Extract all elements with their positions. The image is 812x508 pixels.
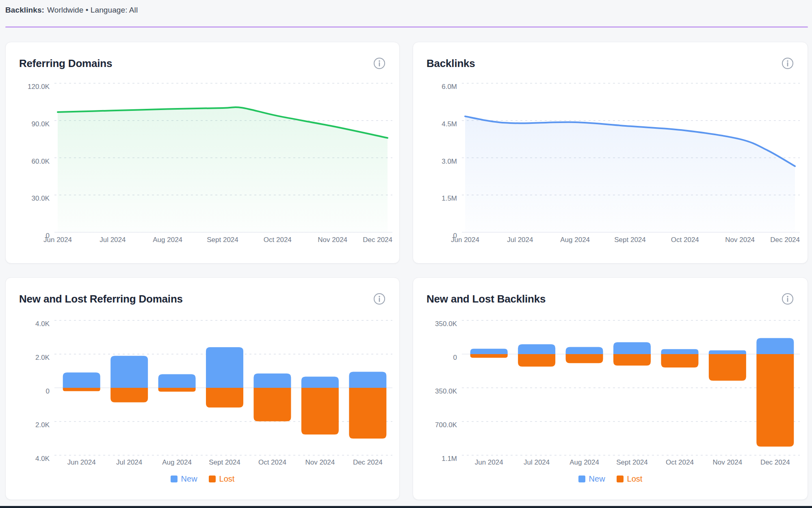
- svg-text:30.0K: 30.0K: [32, 195, 50, 202]
- svg-text:Oct 2024: Oct 2024: [258, 458, 286, 466]
- svg-text:Oct 2024: Oct 2024: [671, 236, 699, 244]
- svg-text:4.0K: 4.0K: [35, 320, 50, 328]
- svg-text:Nov 2024: Nov 2024: [305, 458, 335, 466]
- svg-text:Jul 2024: Jul 2024: [507, 236, 533, 244]
- backlinks-analytics-page: { "header": { "title_bold": "Backlinks:"…: [0, 0, 812, 508]
- legend-label-lost: Lost: [627, 474, 643, 484]
- backlinks-card: Backlinks 6.0M4.5M3.0M1.5M0Jun 2024Jul 2…: [413, 42, 808, 264]
- filter-summary-text: Worldwide • Language: All: [47, 6, 138, 15]
- svg-text:Dec 2024: Dec 2024: [363, 236, 392, 244]
- legend-label-lost: Lost: [219, 474, 235, 484]
- svg-text:3.0M: 3.0M: [442, 158, 457, 165]
- svg-text:0: 0: [453, 354, 457, 361]
- legend-label-new: New: [181, 474, 197, 484]
- svg-text:1.1M: 1.1M: [442, 455, 457, 463]
- svg-text:700.0K: 700.0K: [435, 421, 457, 429]
- legend-item-new: New: [578, 474, 605, 484]
- charts-grid: Referring Domains 120.0K90.0K60.0K30.0K0…: [5, 42, 808, 500]
- svg-text:Jun 2024: Jun 2024: [67, 458, 96, 466]
- new-lost-referring-domains-card: New and Lost Referring Domains 4.0K2.0K0…: [5, 277, 400, 500]
- svg-text:Jun 2024: Jun 2024: [451, 236, 479, 244]
- new-swatch: [171, 476, 178, 482]
- svg-text:Aug 2024: Aug 2024: [560, 236, 590, 244]
- page-filter-summary: Backlinks: Worldwide • Language: All: [5, 3, 138, 17]
- lost-swatch: [209, 476, 216, 482]
- svg-text:350.0K: 350.0K: [435, 320, 457, 328]
- legend-item-new: New: [171, 474, 197, 484]
- svg-text:Aug 2024: Aug 2024: [153, 236, 182, 244]
- referring-domains-card: Referring Domains 120.0K90.0K60.0K30.0K0…: [5, 42, 400, 264]
- new-lost-backlinks-chart: 350.0K0350.0K700.0K1.1MJun 2024Jul 2024A…: [413, 278, 808, 499]
- window-bottom-edge: [0, 506, 812, 508]
- new-lost-backlinks-card: New and Lost Backlinks 350.0K0350.0K700.…: [413, 277, 808, 500]
- svg-text:350.0K: 350.0K: [435, 387, 457, 395]
- svg-text:1.5M: 1.5M: [442, 195, 457, 202]
- backlinks-chart: 6.0M4.5M3.0M1.5M0Jun 2024Jul 2024Aug 202…: [413, 42, 808, 263]
- svg-text:Dec 2024: Dec 2024: [353, 458, 383, 466]
- chart-legend: New Lost: [413, 474, 808, 484]
- svg-text:0: 0: [46, 387, 50, 395]
- report-title: Backlinks:: [5, 6, 44, 15]
- svg-text:Oct 2024: Oct 2024: [666, 458, 694, 466]
- svg-text:Jul 2024: Jul 2024: [524, 458, 550, 466]
- chart-legend: New Lost: [6, 474, 399, 484]
- lost-swatch: [617, 476, 624, 482]
- svg-text:Sept 2024: Sept 2024: [207, 236, 238, 244]
- new-lost-referring-domains-chart: 4.0K2.0K02.0K4.0KJun 2024Jul 2024Aug 202…: [6, 278, 399, 499]
- svg-text:Sept 2024: Sept 2024: [614, 236, 646, 244]
- legend-label-new: New: [589, 474, 605, 484]
- svg-text:2.0K: 2.0K: [35, 354, 50, 361]
- svg-text:Sept 2024: Sept 2024: [209, 458, 240, 466]
- new-swatch: [578, 476, 585, 482]
- svg-text:Dec 2024: Dec 2024: [760, 458, 790, 466]
- svg-text:Nov 2024: Nov 2024: [318, 236, 347, 244]
- svg-text:4.5M: 4.5M: [442, 120, 457, 128]
- svg-text:Jul 2024: Jul 2024: [116, 458, 142, 466]
- svg-text:120.0K: 120.0K: [28, 83, 50, 91]
- svg-text:Jun 2024: Jun 2024: [475, 458, 503, 466]
- legend-item-lost: Lost: [617, 474, 643, 484]
- svg-text:Nov 2024: Nov 2024: [712, 458, 742, 466]
- svg-text:Aug 2024: Aug 2024: [162, 458, 192, 466]
- svg-text:Jul 2024: Jul 2024: [100, 236, 126, 244]
- svg-text:Aug 2024: Aug 2024: [569, 458, 599, 466]
- svg-text:2.0K: 2.0K: [35, 421, 50, 429]
- svg-text:90.0K: 90.0K: [32, 120, 50, 128]
- svg-text:Sept 2024: Sept 2024: [616, 458, 648, 466]
- svg-text:Oct 2024: Oct 2024: [264, 236, 292, 244]
- svg-text:4.0K: 4.0K: [35, 455, 50, 463]
- svg-text:Dec 2024: Dec 2024: [770, 236, 800, 244]
- svg-text:Nov 2024: Nov 2024: [725, 236, 755, 244]
- legend-item-lost: Lost: [209, 474, 235, 484]
- section-divider: [5, 26, 808, 28]
- referring-domains-chart: 120.0K90.0K60.0K30.0K0Jun 2024Jul 2024Au…: [6, 42, 399, 263]
- svg-text:6.0M: 6.0M: [442, 83, 457, 91]
- svg-text:60.0K: 60.0K: [32, 158, 50, 165]
- svg-text:Jun 2024: Jun 2024: [43, 236, 72, 244]
